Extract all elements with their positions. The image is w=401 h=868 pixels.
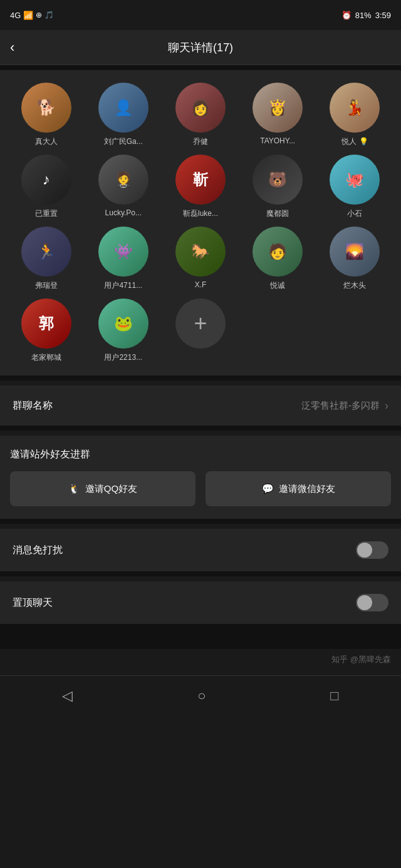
member-name: 烂木头 [343,280,366,291]
member-avatar: 🏃 [21,227,71,277]
home-circle-icon: ○ [197,688,206,704]
member-item[interactable]: 🐕 真大人 [10,83,82,147]
group-name-row[interactable]: 群聊名称 泛零售社群-多闪群 › [0,385,401,426]
member-avatar: 🐙 [330,155,380,205]
member-avatar: 🐕 [21,83,71,133]
group-name-value: 泛零售社群-多闪群 › [301,399,388,412]
add-member-button[interactable]: + [175,299,226,349]
member-name: 悦人 💡 [341,136,368,147]
invite-wechat-label: 邀请微信好友 [279,483,335,495]
avatar-content: 郭 [39,314,54,334]
pin-chat-toggle-knob [357,595,372,610]
member-avatar: 💃 [330,83,380,133]
page-title: 聊天详情(17) [168,40,233,55]
group-name-section: 群聊名称 泛零售社群-多闪群 › [0,385,401,426]
member-name: 乔健 [193,136,208,147]
top-divider [0,65,401,70]
member-name: X.F [195,280,207,289]
member-item[interactable]: 🏃 弗瑞登 [10,227,82,291]
avatar-content: 💃 [345,99,364,116]
chevron-right-icon: › [385,399,388,412]
divider-2 [0,426,401,431]
avatar-content: 🏃 [37,243,56,260]
tiktok-icon: 🎵 [44,11,54,19]
avatar-content: 🐕 [37,99,56,116]
member-item[interactable]: 🧑 悦诚 [242,227,314,291]
member-item[interactable]: 👾 用户4711... [87,227,159,291]
member-avatar: 靳 [175,155,226,205]
time-display: 3:59 [375,11,391,20]
member-avatar: 🧑 [253,227,303,277]
avatar-content: 👩 [191,99,210,116]
members-section: 🐕 真大人 👤 刘广民Ga... 👩 乔健 👸 TAYOHY... 💃 悦人 💡… [0,70,401,375]
invite-section: 邀请站外好友进群 🐧 邀请QQ好友 💬 邀请微信好友 [0,436,401,519]
battery-text: 81% [355,11,372,20]
member-avatar: 🌄 [330,227,380,277]
dnd-toggle-knob [357,543,372,558]
member-name: 靳磊luke... [183,208,218,219]
back-button[interactable]: ‹ [10,39,14,56]
group-name-text: 泛零售社群-多闪群 [301,400,380,412]
member-avatar: 👸 [253,83,303,133]
watermark: 知乎 @黑啤先森 [0,649,401,670]
member-item[interactable]: 👸 TAYOHY... [242,83,314,147]
divider-1 [0,375,401,380]
pin-chat-label: 置顶聊天 [13,596,53,610]
bottom-nav: ◁ ○ □ [0,675,401,715]
nav-back[interactable]: ◁ [62,688,73,704]
nav-recent[interactable]: □ [330,688,338,704]
divider-5 [0,624,401,649]
group-name-label: 群聊名称 [13,399,53,412]
member-name: 小石 [347,208,362,219]
back-triangle-icon: ◁ [62,688,73,704]
member-avatar: 🐻 [253,155,303,205]
member-item[interactable]: 🌄 烂木头 [319,227,391,291]
avatar-content: 🐎 [191,243,210,260]
member-item[interactable]: 👩 乔健 [164,83,236,147]
member-item[interactable]: ♪ 已重置 [10,155,82,219]
invite-qq-button[interactable]: 🐧 邀请QQ好友 [10,471,195,506]
avatar-content: 👾 [114,243,133,260]
member-avatar: 🤵 [98,155,148,205]
dnd-toggle[interactable] [356,541,388,559]
avatar-content: 🐸 [114,315,133,332]
status-left: 4G 📶 ⊕ 🎵 [10,11,54,20]
nav-home[interactable]: ○ [197,688,206,704]
member-item[interactable]: 🤵 Lucky.Po... [87,155,159,219]
invite-qq-label: 邀请QQ好友 [85,483,137,495]
dnd-row: 消息免打扰 [0,529,401,571]
avatar-content: 🌄 [345,243,364,260]
member-item[interactable]: 🐸 用户2213... [87,299,159,363]
divider-4 [0,571,401,576]
qq-icon: 🐧 [68,483,80,494]
dnd-section: 消息免打扰 [0,529,401,571]
status-right: ⏰ 81% 3:59 [341,11,391,20]
invite-buttons: 🐧 邀请QQ好友 💬 邀请微信好友 [10,471,391,506]
invite-title: 邀请站外好友进群 [10,448,391,461]
avatar-content: 🤵 [114,171,133,188]
pin-chat-row: 置顶聊天 [0,581,401,624]
member-name: 老家郸城 [31,352,61,363]
member-avatar: 👾 [98,227,148,277]
members-grid: 🐕 真大人 👤 刘广民Ga... 👩 乔健 👸 TAYOHY... 💃 悦人 💡… [10,83,391,363]
member-item[interactable]: 🐙 小石 [319,155,391,219]
invite-wechat-button[interactable]: 💬 邀请微信好友 [206,471,391,506]
member-item[interactable]: 🐻 魔都圆 [242,155,314,219]
status-bar: 4G 📶 ⊕ 🎵 ⏰ 81% 3:59 [0,0,401,30]
member-item[interactable]: 💃 悦人 💡 [319,83,391,147]
member-item[interactable]: 郭 老家郸城 [10,299,82,363]
member-name: 已重置 [35,208,58,219]
add-member-item[interactable]: + [164,299,236,363]
member-avatar: 🐸 [98,299,148,349]
member-item[interactable]: 靳 靳磊luke... [164,155,236,219]
member-item[interactable]: 👤 刘广民Ga... [87,83,159,147]
avatar-content: 👤 [114,99,133,116]
member-item[interactable]: 🐎 X.F [164,227,236,291]
wifi-icon: 📶 [23,11,33,20]
member-name: 魔都圆 [266,208,289,219]
recent-square-icon: □ [330,688,338,704]
pin-chat-toggle[interactable] [356,594,388,611]
wechat-icon: 💬 [262,483,274,494]
member-name: 悦诚 [270,280,285,291]
avatar-content: 👸 [268,99,287,116]
